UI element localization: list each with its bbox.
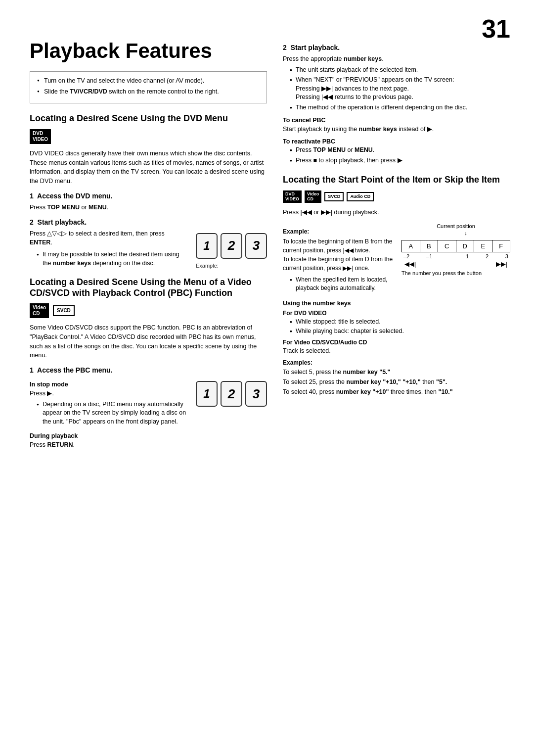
- page-content: Playback Features Turn on the TV and sel…: [0, 0, 534, 470]
- reactivate-bullet-1: ● Press TOP MENU or MENU.: [290, 146, 510, 155]
- reactivate-bullet-2: ● Press ■ to stop playback, then press ▶: [290, 156, 510, 165]
- section-dvd-menu-title: Locating a Desired Scene Using the DVD M…: [30, 113, 267, 124]
- page-number: 31: [482, 14, 510, 44]
- number-keys-2: 1 2 3: [196, 381, 267, 407]
- using-number-keys-label: Using the number keys: [283, 300, 510, 307]
- example-label-1: Example:: [196, 263, 267, 269]
- section-pbc: Locating a Desired Scene Using the Menu …: [30, 277, 267, 450]
- section-locate-title: Locating the Start Point of the Item or …: [283, 175, 510, 186]
- right-bullet-1: ● The unit starts playback of the select…: [290, 66, 510, 75]
- pbc-badge-row: Video CD SVCD: [30, 303, 267, 318]
- key-3: 3: [245, 233, 267, 259]
- right-step2-body: Press the appropriate number keys.: [283, 54, 510, 64]
- examples-label: Examples:: [283, 359, 510, 366]
- step1-dvd-body: Press TOP MENU or MENU.: [30, 203, 267, 212]
- reactivate-pbc-block: To reactivate PBC ● Press TOP MENU or ME…: [283, 138, 510, 165]
- track-box-d: D: [456, 240, 475, 252]
- track-boxes: A B C D E F: [401, 240, 510, 252]
- svcd-badge: SVCD: [57, 308, 71, 313]
- step1-pbc-image-area: 1 2 3: [196, 377, 267, 411]
- step1-pbc-text: In stop mode Press ▶. Depending on a dis…: [30, 377, 189, 427]
- video-cd-badge-line1: Video: [33, 305, 46, 310]
- locate-dvd-badge-l1: DVD: [285, 191, 295, 196]
- right-step2-title: 2 Start playback.: [283, 44, 510, 51]
- step1-pbc-row: In stop mode Press ▶. Depending on a dis…: [30, 377, 267, 427]
- locate-videocd-badge-l1: Video: [307, 191, 319, 196]
- during-playback-block: During playback Press RETURN.: [30, 432, 267, 450]
- cancel-pbc-body: Start playback by using the number keys …: [283, 125, 510, 134]
- using-number-keys-block: Using the number keys For DVD VIDEO ● Wh…: [283, 300, 510, 397]
- intro-bullet-1: Turn on the TV and select the video chan…: [37, 77, 260, 86]
- section-locate: Locating the Start Point of the Item or …: [283, 175, 510, 397]
- in-stop-mode-label: In stop mode: [30, 381, 189, 388]
- reactivate-pbc-label: To reactivate PBC: [283, 138, 510, 145]
- key-2: 2: [221, 233, 242, 259]
- cancel-pbc-block: To cancel PBC Start playback by using th…: [283, 117, 510, 134]
- key-1b: 1: [196, 381, 218, 407]
- step1-dvd-title: 1 Access the DVD menu.: [30, 192, 267, 200]
- locate-audiocd-badge: Audio CD: [350, 194, 370, 199]
- key-2b: 2: [221, 381, 242, 407]
- track-box-e: E: [474, 240, 492, 252]
- left-column: Playback Features Turn on the TV and sel…: [30, 40, 267, 450]
- dvd-badge-row: DVD VIDEO: [30, 129, 267, 144]
- step2-dvd-row: Press △▽◁▷ to select a desired item, the…: [30, 229, 267, 270]
- step1-pbc-title: 1 Access the PBC menu.: [30, 366, 267, 374]
- right-bullet-3: ● The method of the operation is differe…: [290, 103, 510, 112]
- key-1: 1: [196, 233, 218, 259]
- locate-svcd-badge: SVCD: [328, 194, 340, 199]
- intro-bullet-2: Slide the TV/VCR/DVD switch on the remot…: [37, 88, 260, 96]
- step2-dvd-image-area: 1 2 3 Example:: [196, 229, 267, 269]
- track-arrows: ◀◀| ▶▶|: [401, 260, 510, 268]
- locate-diagram-left: Example: To locate the beginning of item…: [283, 223, 394, 294]
- dvd-video-badge-line2: VIDEO: [33, 137, 48, 142]
- track-box-a: A: [402, 240, 420, 252]
- locate-badge-row: DVD VIDEO Video CD SVCD Audio CD: [283, 190, 510, 203]
- track-box-b: B: [420, 240, 439, 252]
- dvd-bullet-2: ● While playing back: chapter is selecte…: [290, 327, 510, 336]
- for-video-cd-label: For Video CD/SVCD/Audio CD: [283, 339, 510, 346]
- section-pbc-body: Some Video CD/SVCD discs support the PBC…: [30, 323, 267, 360]
- locate-diagram-right: Current position ↓ A B C D E F: [401, 223, 510, 277]
- locate-body: Press |◀◀ or ▶▶| during playback.: [283, 208, 510, 217]
- page-title: Playback Features: [30, 40, 267, 62]
- step2-dvd-bullet: It may be possible to select the desired…: [37, 250, 189, 268]
- during-playback-label: During playback: [30, 432, 267, 439]
- video-cd-badge-line2: CD: [33, 311, 40, 316]
- step2-dvd-body: Press △▽◁▷ to select a desired item, the…: [30, 229, 189, 248]
- track-numbers: –2–1123: [401, 253, 510, 259]
- track-diagram: A B C D E F –2–1123 ◀◀| ▶▶|: [401, 240, 510, 268]
- for-video-cd-body: Track is selected.: [283, 347, 510, 356]
- key-3b: 3: [245, 381, 267, 407]
- number-keys-1: 1 2 3: [196, 233, 267, 259]
- locate-diagram-row: Example: To locate the beginning of item…: [283, 223, 510, 294]
- section-dvd-menu-body: DVD VIDEO discs generally have their own…: [30, 149, 267, 186]
- cancel-pbc-label: To cancel PBC: [283, 117, 510, 124]
- examples-body: To select 5, press the number key "5." T…: [283, 367, 510, 397]
- in-stop-mode-bullet: Depending on a disc, PBC menu may automa…: [37, 400, 189, 426]
- locate-videocd-badge-l2: CD: [307, 196, 313, 201]
- number-press-label: The number you press the button: [401, 270, 510, 277]
- right-bullet-2: ● When "NEXT" or "PREVIOUS" appears on t…: [290, 76, 510, 102]
- dvd-video-badge-line1: DVD: [33, 131, 43, 136]
- locate-dvd-badge-l2: VIDEO: [285, 196, 299, 201]
- in-stop-mode-body: Press ▶.: [30, 389, 189, 398]
- locate-example-body: To locate the beginning of item B from t…: [283, 237, 394, 273]
- locate-example-label: Example:: [283, 227, 394, 236]
- current-pos-arrow: ↓: [401, 230, 510, 236]
- step2-dvd-text: Press △▽◁▷ to select a desired item, the…: [30, 229, 189, 270]
- next-arrow: ▶▶|: [496, 260, 507, 268]
- prev-arrow: ◀◀|: [404, 260, 416, 268]
- dvd-bullet-1: ● While stopped: title is selected.: [290, 318, 510, 327]
- intro-box: Turn on the TV and select the video chan…: [30, 71, 267, 103]
- right-column: 2 Start playback. Press the appropriate …: [283, 40, 510, 450]
- for-dvd-video-label: For DVD VIDEO: [283, 310, 510, 317]
- section-dvd-menu: Locating a Desired Scene Using the DVD M…: [30, 113, 267, 269]
- track-box-c: C: [438, 240, 456, 252]
- current-pos-label: Current position: [401, 223, 510, 229]
- during-playback-body: Press RETURN.: [30, 440, 267, 450]
- track-box-f: F: [492, 240, 510, 252]
- step2-dvd-title: 2 Start playback.: [30, 218, 267, 226]
- right-step2-block: 2 Start playback. Press the appropriate …: [283, 44, 510, 112]
- locate-auto-bullet: ● When the specified item is located, pl…: [290, 276, 394, 292]
